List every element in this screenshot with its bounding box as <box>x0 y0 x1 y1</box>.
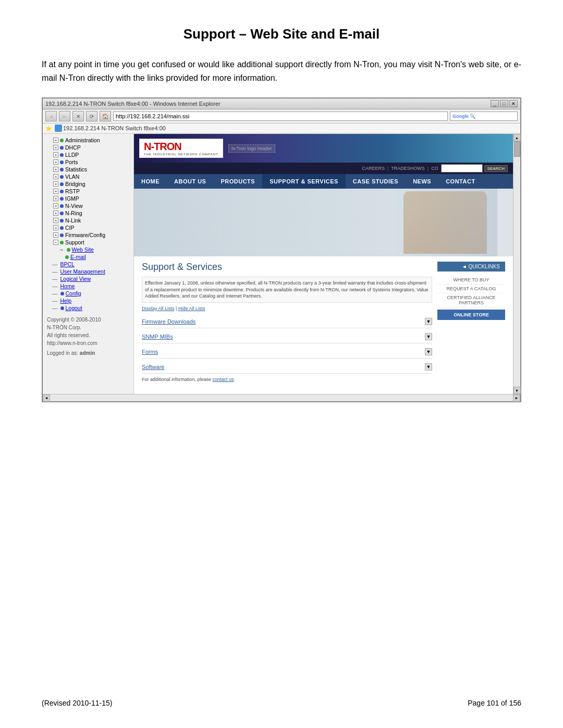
tradeshows-link[interactable]: TRADESHOWS <box>391 166 425 171</box>
separator2: | <box>427 166 429 171</box>
sidebar-item-home[interactable]: — Home <box>43 282 133 290</box>
snmp-title: SNMP MIBs <box>142 334 173 340</box>
sidebar-item-cip[interactable]: + CIP <box>43 224 133 231</box>
sidebar-item-firmware[interactable]: + Firmware/Config <box>43 231 133 239</box>
arrow-icon: — <box>52 261 58 267</box>
minimize-button[interactable]: _ <box>491 100 499 107</box>
home-nav-button[interactable]: 🏠 <box>100 111 111 121</box>
sidebar-item-bridging[interactable]: + Bridging <box>43 180 133 188</box>
sidebar-item-usermgmt[interactable]: — User Management <box>43 268 133 275</box>
sidebar-item-nlink[interactable]: + N-Link <box>43 217 133 224</box>
sidebar-item-help[interactable]: — Help <box>43 297 133 304</box>
software-toggle[interactable]: ▼ <box>425 363 432 371</box>
nav-casestudies[interactable]: CASE STUDIES <box>346 174 406 189</box>
sidebar-item-website[interactable]: → Web Site <box>43 246 133 253</box>
sidebar-item-nview[interactable]: + N-View <box>43 202 133 209</box>
sidebar-item-igmp[interactable]: + IGMP <box>43 195 133 202</box>
page-description: If at any point in time you get confused… <box>42 58 521 84</box>
sidebar-item-ports[interactable]: + Ports <box>43 158 133 166</box>
browser-content-wrapper: N-TRON THE INDUSTRIAL NETWORK COMPANY N-… <box>134 134 520 394</box>
firmware-toggle[interactable]: ▼ <box>425 318 432 325</box>
nav-support[interactable]: SUPPORT & SERVICES <box>262 174 346 189</box>
nav-contact[interactable]: CONTACT <box>438 174 482 189</box>
contact-link[interactable]: contact us <box>213 377 234 382</box>
sidebar-item-bpcl[interactable]: — BPCL <box>43 261 133 268</box>
status-dot <box>60 153 64 157</box>
stop-button[interactable]: ✕ <box>72 111 84 121</box>
display-all-link[interactable]: Display All Lists <box>142 306 175 311</box>
nav-home[interactable]: HOME <box>134 174 167 189</box>
sidebar-item-nring[interactable]: + N-Ring <box>43 209 133 217</box>
sidebar-item-vlan[interactable]: + VLAN <box>43 173 133 180</box>
forms-toggle[interactable]: ▼ <box>425 348 432 355</box>
sidebar-item-dhcp[interactable]: + DHCP <box>43 144 133 151</box>
nav-products[interactable]: PRODUCTS <box>213 174 262 189</box>
quicklinks-button[interactable]: ◄ QUICKLINKS <box>437 262 505 272</box>
careers-link[interactable]: CAREERS <box>362 166 385 171</box>
software-header[interactable]: Software ▼ <box>142 361 432 373</box>
request-catalog-link[interactable]: REQUEST A CATALOG <box>437 285 505 293</box>
page-title: Support – Web Site and E-mail <box>42 26 521 42</box>
nav-news[interactable]: NEWS <box>406 174 438 189</box>
expand-icon: + <box>53 167 58 172</box>
support-page-title: Support & Services <box>142 262 432 273</box>
scroll-left-arrow[interactable]: ◄ <box>43 394 50 402</box>
status-dot <box>60 146 64 150</box>
maximize-button[interactable]: □ <box>500 100 508 107</box>
topnav-search-input[interactable] <box>441 164 483 172</box>
scroll-up-arrow[interactable]: ▲ <box>513 134 521 141</box>
status-dot <box>60 241 64 244</box>
online-store-button[interactable]: ONLINE STORE <box>437 310 505 320</box>
snmp-header[interactable]: SNMP MIBs ▼ <box>142 330 432 343</box>
nav-about[interactable]: ABOUT US <box>167 174 213 189</box>
expand-icon: − <box>53 240 58 245</box>
ntron-logo-box: N-TRON THE INDUSTRIAL NETWORK COMPANY <box>139 139 223 158</box>
logged-in-label: Logged in as: <box>47 350 78 356</box>
logged-in-user: admin <box>80 350 95 356</box>
snmp-toggle[interactable]: ▼ <box>425 333 432 340</box>
expand-icon: + <box>53 181 58 187</box>
search-button[interactable]: SEARCH <box>484 165 508 172</box>
sidebar-item-logout[interactable]: — Logout <box>43 304 133 312</box>
forward-button[interactable]: ► <box>59 111 70 121</box>
address-bar[interactable] <box>113 112 448 121</box>
back-button[interactable]: ◄ <box>45 111 57 121</box>
favorites-item[interactable]: 192.168.2.214 N-TRON Switch f8xe4:00 <box>55 125 166 132</box>
arrow-icon: — <box>52 290 58 297</box>
ntron-navmenu: HOME ABOUT US PRODUCTS SUPPORT & SERVICE… <box>134 174 513 189</box>
status-dot <box>60 197 64 201</box>
forms-header[interactable]: Forms ▼ <box>142 346 432 358</box>
sidebar-item-logicalview[interactable]: — Logical View <box>43 275 133 282</box>
where-to-buy-link[interactable]: WHERE TO BUY <box>437 276 505 285</box>
arrow-icon: — <box>52 276 58 282</box>
vertical-scrollbar[interactable]: ▲ ▼ <box>513 134 520 394</box>
page-footer: (Revised 2010-11-15) Page 101 of 156 <box>42 699 521 707</box>
support-section-software: Software ▼ <box>142 361 432 374</box>
sidebar-item-support[interactable]: − Support <box>43 239 133 246</box>
contact-note-text: For additional information, please <box>142 377 211 382</box>
status-dot <box>60 226 64 230</box>
search-bar[interactable]: Google 🔍 <box>450 112 518 121</box>
separator: | <box>387 166 388 171</box>
expand-icon: + <box>53 218 58 223</box>
sidebar-item-statistics[interactable]: + Statistics <box>43 166 133 173</box>
horizontal-scrollbar[interactable]: ◄ ► <box>43 394 520 401</box>
scroll-down-arrow[interactable]: ▼ <box>513 387 521 394</box>
status-dot <box>60 139 64 142</box>
alliance-partners-link[interactable]: CERTIFIED ALLIANCE PARTNERS <box>437 293 505 307</box>
hide-all-link[interactable]: Hide All Lists <box>178 306 205 311</box>
sidebar-item-lldp[interactable]: + LLDP <box>43 151 133 158</box>
close-button[interactable]: ✕ <box>509 100 518 107</box>
status-dot <box>60 175 64 179</box>
sidebar-label-home: Home <box>60 283 75 289</box>
sidebar-item-email[interactable]: E-mail <box>43 253 133 261</box>
sidebar-label-cip: CIP <box>65 225 75 231</box>
sidebar-item-rstp[interactable]: + RSTP <box>43 188 133 195</box>
scroll-thumb[interactable] <box>514 141 520 157</box>
sidebar-item-config[interactable]: — Config <box>43 290 133 297</box>
refresh-button[interactable]: ⟳ <box>86 111 97 121</box>
scroll-right-arrow[interactable]: ► <box>513 394 520 402</box>
firmware-header[interactable]: Firmware Downloads ▼ <box>142 315 432 328</box>
sidebar-item-administration[interactable]: + Administration <box>43 137 133 144</box>
status-dot <box>65 255 69 259</box>
